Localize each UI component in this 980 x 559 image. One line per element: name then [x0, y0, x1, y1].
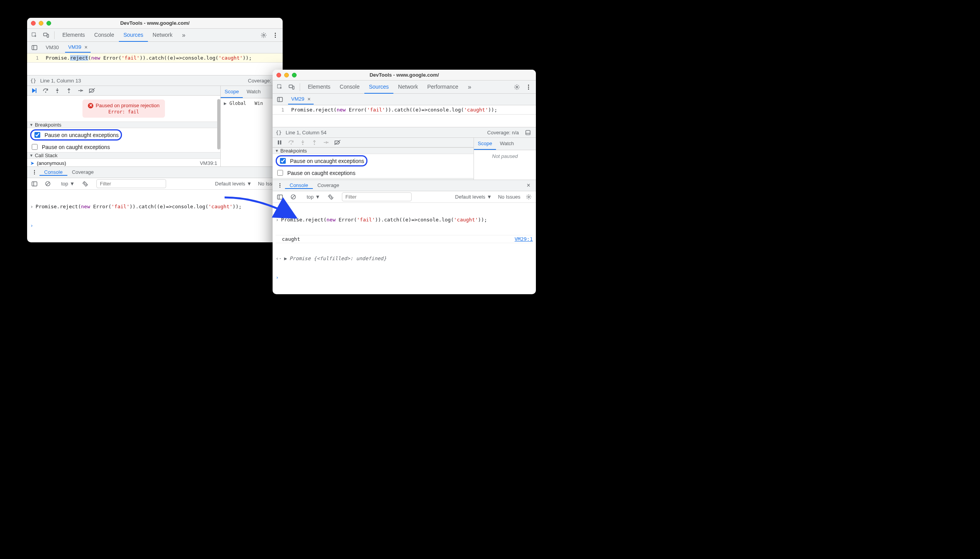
close-traffic-light[interactable]: [31, 21, 36, 26]
close-traffic-light[interactable]: [276, 73, 281, 77]
pause-caught-label: Pause on caught exceptions: [42, 144, 110, 150]
tab-network[interactable]: Network: [148, 29, 177, 42]
close-icon[interactable]: ×: [84, 44, 88, 50]
code-editor[interactable]: 1 Promise.reject(new Error('fail')).catc…: [273, 105, 536, 115]
device-toolbar-icon[interactable]: [41, 30, 51, 40]
code-editor[interactable]: 1 Promise.reject(new Error('fail')).catc…: [27, 53, 283, 63]
navigator-toggle-icon[interactable]: [275, 94, 285, 105]
source-link[interactable]: VM29:1: [515, 236, 533, 242]
file-tab-vm29[interactable]: VM29 ×: [288, 94, 314, 105]
svg-rect-24: [289, 85, 293, 87]
pause-uncaught-checkbox[interactable]: [280, 158, 286, 164]
tab-console[interactable]: Console: [335, 81, 364, 94]
breakpoints-header[interactable]: ▼ Breakpoints: [27, 122, 220, 128]
scope-tab[interactable]: Scope: [474, 138, 496, 150]
close-icon[interactable]: ×: [523, 180, 534, 190]
sidebar-toggle-icon[interactable]: [29, 179, 39, 189]
zoom-traffic-light[interactable]: [46, 21, 51, 26]
log-levels-selector[interactable]: Default levels ▼: [455, 194, 492, 200]
context-selector[interactable]: top ▼: [59, 180, 77, 187]
tab-sources[interactable]: Sources: [119, 29, 148, 42]
code-line[interactable]: Promise.reject(new Error('fail')).catch(…: [288, 105, 536, 114]
drawer-tab-coverage[interactable]: Coverage: [313, 182, 344, 189]
svg-line-47: [292, 195, 295, 199]
sidebar-toggle-icon[interactable]: [275, 192, 285, 202]
pause-uncaught-checkbox[interactable]: [34, 132, 40, 138]
pretty-print-icon[interactable]: {}: [276, 130, 282, 135]
resume-icon[interactable]: [29, 86, 39, 95]
svg-point-3: [263, 34, 264, 36]
svg-rect-32: [525, 130, 530, 134]
devtools-window-a: DevTools - www.google.com/ Elements Cons…: [27, 18, 283, 242]
console-prompt[interactable]: ›: [276, 274, 533, 281]
close-icon[interactable]: ×: [307, 96, 311, 102]
tab-elements[interactable]: Elements: [303, 81, 335, 94]
svg-point-16: [34, 172, 35, 173]
gear-icon[interactable]: [512, 82, 522, 92]
live-expression-icon[interactable]: [80, 179, 90, 189]
zoom-traffic-light[interactable]: [292, 73, 297, 77]
breakpoints-header[interactable]: ▼ Breakpoints: [273, 147, 474, 154]
watch-tab[interactable]: Watch: [496, 138, 518, 150]
clear-console-icon[interactable]: [288, 192, 298, 202]
tab-sources[interactable]: Sources: [364, 81, 393, 94]
toggle-details-icon[interactable]: [523, 127, 533, 137]
minimize-traffic-light[interactable]: [39, 21, 43, 26]
scope-tab[interactable]: Scope: [221, 86, 243, 98]
pause-icon[interactable]: [275, 138, 284, 147]
kebab-icon[interactable]: [29, 167, 39, 177]
console-body[interactable]: › Promise.reject(new Error('fail')).catc…: [273, 203, 536, 294]
pretty-print-icon[interactable]: {}: [30, 78, 36, 84]
device-toolbar-icon[interactable]: [287, 82, 297, 92]
file-tab-vm39[interactable]: VM39 ×: [65, 43, 91, 53]
deactivate-breakpoints-icon[interactable]: [333, 138, 342, 147]
step-into-icon[interactable]: [53, 86, 62, 95]
filter-input[interactable]: [96, 179, 166, 188]
context-selector[interactable]: top ▼: [304, 193, 323, 201]
svg-rect-9: [36, 88, 36, 93]
svg-rect-44: [278, 195, 283, 199]
console-prompt[interactable]: ›: [30, 222, 280, 229]
live-expression-icon[interactable]: [326, 192, 336, 202]
more-tabs-icon[interactable]: »: [178, 30, 189, 40]
code-line[interactable]: Promise.reject(new Error('fail')).catch(…: [43, 53, 283, 62]
titlebar[interactable]: DevTools - www.google.com/: [273, 70, 536, 81]
watch-tab[interactable]: Watch: [243, 86, 264, 98]
tab-performance[interactable]: Performance: [422, 81, 463, 94]
titlebar[interactable]: DevTools - www.google.com/: [27, 18, 283, 29]
kebab-icon[interactable]: [523, 82, 534, 92]
console-body[interactable]: › Promise.reject(new Error('fail')).catc…: [27, 190, 283, 242]
tab-elements[interactable]: Elements: [58, 29, 89, 42]
stack-frame[interactable]: ➤(anonymous) VM39:1: [27, 159, 220, 168]
console-log-row: caught VM29:1: [276, 235, 533, 243]
inspect-icon[interactable]: [29, 30, 39, 40]
clear-console-icon[interactable]: [43, 179, 53, 189]
filter-input[interactable]: [342, 192, 412, 201]
minimize-traffic-light[interactable]: [284, 73, 289, 77]
step-icon[interactable]: [76, 86, 85, 95]
line-gutter: 1: [273, 105, 288, 114]
drawer-tab-console[interactable]: Console: [39, 169, 67, 176]
navigator-toggle-icon[interactable]: [29, 43, 39, 53]
pause-caught-checkbox[interactable]: [277, 170, 283, 176]
pause-caught-checkbox[interactable]: [32, 144, 38, 150]
kebab-icon[interactable]: [270, 30, 280, 40]
pause-uncaught-label: Pause on uncaught exceptions: [45, 132, 118, 138]
step-over-icon[interactable]: [41, 86, 50, 95]
kebab-icon[interactable]: [275, 180, 285, 190]
step-out-icon[interactable]: [64, 86, 74, 95]
drawer-tab-console[interactable]: Console: [285, 182, 313, 189]
more-tabs-icon[interactable]: »: [465, 82, 475, 92]
tab-network[interactable]: Network: [393, 81, 422, 94]
callstack-header[interactable]: ▼ Call Stack: [27, 152, 220, 159]
log-levels-selector[interactable]: Default levels ▼: [215, 181, 252, 187]
highlight-annotation: Pause on uncaught exceptions: [276, 155, 367, 166]
drawer-tab-coverage[interactable]: Coverage: [67, 169, 98, 176]
gear-icon[interactable]: [259, 30, 269, 40]
file-tab-vm30[interactable]: VM30: [43, 43, 62, 52]
deactivate-breakpoints-icon[interactable]: [88, 86, 97, 95]
gear-icon[interactable]: [523, 192, 534, 202]
inspect-icon[interactable]: [275, 82, 285, 92]
issues-button[interactable]: No Issues: [498, 194, 520, 200]
tab-console[interactable]: Console: [89, 29, 118, 42]
